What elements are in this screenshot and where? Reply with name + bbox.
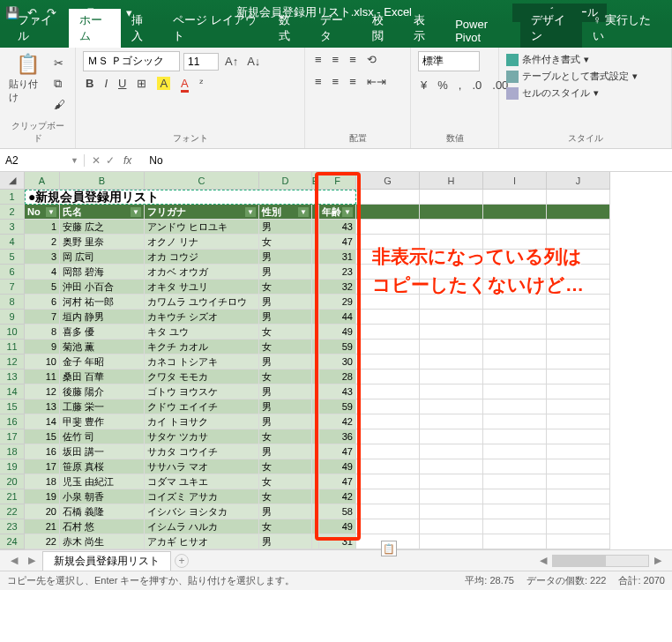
cell-no[interactable]: 10	[25, 355, 60, 370]
cell-sex[interactable]: 女	[259, 474, 312, 489]
cell-name[interactable]: 児玉 由紀江	[60, 474, 145, 489]
cell-hidden[interactable]	[312, 250, 319, 265]
th-kana[interactable]: フリガナ▼	[145, 205, 259, 220]
cell-age[interactable]: 43	[319, 384, 356, 399]
cell-age[interactable]: 23	[319, 265, 356, 280]
cell-age[interactable]: 49	[319, 325, 356, 340]
cell-hidden[interactable]	[312, 444, 319, 459]
align-right-icon[interactable]: ≡	[347, 73, 359, 90]
cell-sex[interactable]: 男	[259, 355, 312, 370]
cell-hidden[interactable]	[312, 384, 319, 399]
cell-sex[interactable]: 女	[259, 340, 312, 355]
cell-kana[interactable]: アンドウ ヒロユキ	[145, 220, 259, 235]
cell-name[interactable]: 岡 広司	[60, 250, 145, 265]
cell-hidden[interactable]	[312, 429, 319, 444]
number-format-select[interactable]: 標準	[418, 51, 480, 71]
cell-no[interactable]: 20	[25, 504, 60, 519]
cell-hidden[interactable]	[312, 489, 319, 504]
cell-no[interactable]: 6	[25, 295, 60, 310]
cell-sex[interactable]: 男	[259, 220, 312, 235]
cell-kana[interactable]: アカギ ヒサオ	[145, 534, 259, 549]
cell-kana[interactable]: イシムラ ハルカ	[145, 519, 259, 534]
cell-name[interactable]: 岡部 碧海	[60, 265, 145, 280]
cell-hidden[interactable]	[312, 519, 319, 534]
cell-kana[interactable]: キタ ユウ	[145, 325, 259, 340]
cell-hidden[interactable]	[312, 295, 319, 310]
cell-sex[interactable]: 女	[259, 370, 312, 384]
cell-no[interactable]: 8	[25, 325, 60, 340]
cancel-icon[interactable]: ✕	[92, 154, 101, 167]
cell-hidden[interactable]	[312, 340, 319, 355]
qat-icon[interactable]: ◧	[102, 5, 116, 19]
col-header-J[interactable]: J	[547, 172, 610, 190]
underline-button[interactable]: U	[116, 75, 129, 92]
cell-kana[interactable]: コイズミ アサカ	[145, 489, 259, 504]
cell-no[interactable]: 4	[25, 265, 60, 280]
cell-no[interactable]: 22	[25, 534, 60, 549]
col-header-C[interactable]: C	[145, 172, 259, 190]
cell-sex[interactable]: 女	[259, 280, 312, 295]
tab-view[interactable]: 表示	[403, 9, 444, 48]
cell-no[interactable]: 18	[25, 474, 60, 489]
th-age[interactable]: 年齢▼	[319, 205, 356, 220]
cell-kana[interactable]: サタケ ツカサ	[145, 429, 259, 444]
cell-sex[interactable]: 男	[259, 444, 312, 459]
cell-no[interactable]: 3	[25, 250, 60, 265]
cell-sex[interactable]: 男	[259, 414, 312, 429]
save-icon[interactable]: 💾	[5, 5, 19, 19]
cell-kana[interactable]: オカ コウジ	[145, 250, 259, 265]
cell-age[interactable]: 42	[319, 489, 356, 504]
cell-no[interactable]: 21	[25, 519, 60, 534]
horizontal-scrollbar[interactable]: ◀ ▶	[536, 555, 665, 567]
cell-name[interactable]: 垣内 静男	[60, 310, 145, 325]
cell-name[interactable]: 後藤 陽介	[60, 384, 145, 399]
cell-name[interactable]: 佐竹 司	[60, 429, 145, 444]
cell-kana[interactable]: カネコ トシアキ	[145, 355, 259, 370]
border-button[interactable]: ⊞	[134, 75, 149, 92]
align-center-icon[interactable]: ≡	[330, 73, 342, 90]
cell-age[interactable]: 47	[319, 474, 356, 489]
cell-age[interactable]: 28	[319, 370, 356, 384]
cell-no[interactable]: 11	[25, 370, 60, 384]
format-as-table-button[interactable]: テーブルとして書式設定 ▾	[506, 68, 664, 85]
phonetic-button[interactable]: ᶻ	[197, 75, 206, 92]
enter-icon[interactable]: ✓	[106, 154, 115, 167]
cell-kana[interactable]: オカベ オウガ	[145, 265, 259, 280]
new-sheet-button[interactable]: +	[175, 554, 189, 568]
th-sex[interactable]: 性別▼	[259, 205, 312, 220]
bold-button[interactable]: B	[83, 75, 96, 92]
cell-sex[interactable]: 男	[259, 265, 312, 280]
cell-name[interactable]: 桑田 百華	[60, 370, 145, 384]
cell-kana[interactable]: オキタ サユリ	[145, 280, 259, 295]
cell-kana[interactable]: キクチ カオル	[145, 340, 259, 355]
font-name-select[interactable]: ＭＳ Ｐゴシック	[83, 51, 180, 71]
cell-sex[interactable]: 男	[259, 250, 312, 265]
align-top-icon[interactable]: ≡	[312, 51, 325, 68]
cell-kana[interactable]: カイ トヨサク	[145, 414, 259, 429]
cell-hidden[interactable]	[312, 399, 319, 414]
cell-name[interactable]: 石橋 義隆	[60, 504, 145, 519]
cell-age[interactable]: 32	[319, 280, 356, 295]
cell-hidden[interactable]	[312, 504, 319, 519]
cell-no[interactable]: 5	[25, 280, 60, 295]
tab-formulas[interactable]: 数式	[268, 9, 310, 48]
paste-options-icon[interactable]: 📋	[381, 541, 397, 556]
increase-decimal-icon[interactable]: .0	[469, 77, 484, 93]
currency-icon[interactable]: ¥	[418, 77, 429, 93]
cell-name[interactable]: 工藤 栄一	[60, 399, 145, 414]
cut-icon[interactable]: ✂	[51, 55, 68, 71]
cell[interactable]	[356, 205, 420, 220]
col-header-I[interactable]: I	[483, 172, 547, 190]
col-header-F[interactable]: F	[319, 172, 356, 190]
cell-age[interactable]: 59	[319, 399, 356, 414]
th-hidden[interactable]	[312, 205, 319, 220]
cell-kana[interactable]: コダマ ユキエ	[145, 474, 259, 489]
cell-hidden[interactable]	[312, 220, 319, 235]
cell-sex[interactable]: 女	[259, 519, 312, 534]
cell-name[interactable]: 奥野 里奈	[60, 235, 145, 250]
cell-sex[interactable]: 男	[259, 295, 312, 310]
cell-age[interactable]: 42	[319, 414, 356, 429]
cell-kana[interactable]: オクノ リナ	[145, 235, 259, 250]
cell-name[interactable]: 小泉 朝香	[60, 489, 145, 504]
cell-age[interactable]: 47	[319, 235, 356, 250]
